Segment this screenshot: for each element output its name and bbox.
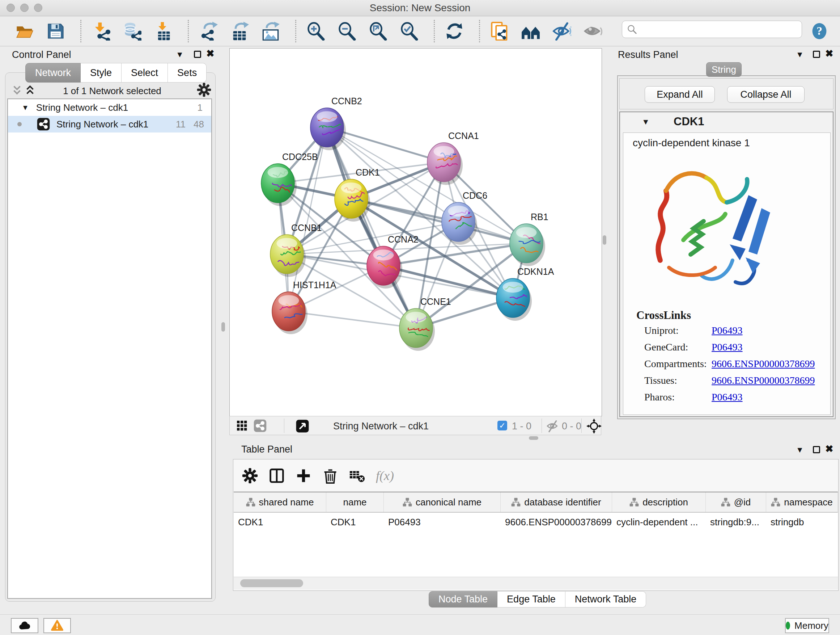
fit-selected-crosshair-icon[interactable] xyxy=(586,418,602,434)
zoom-fit-content-icon[interactable] xyxy=(368,21,388,41)
control-panel-float-icon[interactable] xyxy=(194,51,201,58)
tab-node-table[interactable]: Node Table xyxy=(429,591,497,608)
node-CCNB2[interactable]: CCNB2 xyxy=(310,96,362,150)
table-panel-close-icon[interactable]: ✖ xyxy=(825,445,834,453)
column-header--id[interactable]: @id xyxy=(706,492,766,512)
import-table-from-file-icon[interactable] xyxy=(153,21,173,41)
export-network-icon[interactable] xyxy=(198,21,218,41)
collapse-all-networks-icon[interactable] xyxy=(12,84,22,96)
table-horizontal-scrollbar[interactable] xyxy=(234,577,838,589)
hide-selected-icon[interactable] xyxy=(552,21,572,41)
right-splitter-handle[interactable] xyxy=(603,235,606,245)
network-options-gear-icon[interactable] xyxy=(197,82,211,97)
edge-CCNB2-CCNE1[interactable] xyxy=(327,127,416,328)
table-cell[interactable]: stringdb:9... xyxy=(706,513,766,532)
toolbar-separator xyxy=(434,20,435,42)
statusbar-separator xyxy=(542,418,542,433)
table-panel-float-icon[interactable] xyxy=(813,446,820,453)
birdseye-view-icon[interactable] xyxy=(295,419,309,433)
duplicate-network-icon[interactable] xyxy=(489,21,510,41)
cloud-status-button[interactable] xyxy=(11,618,38,633)
first-neighbors-icon[interactable] xyxy=(521,21,541,41)
column-header-namespace[interactable]: namespace xyxy=(766,492,838,512)
edge-CCNE1-HIST1H1A[interactable] xyxy=(289,311,416,328)
scrollbar-thumb[interactable] xyxy=(240,579,303,587)
results-panel-menu-caret-icon[interactable]: ▼ xyxy=(796,50,804,59)
node-label-CDK1: CDK1 xyxy=(355,167,380,177)
network-collection-row[interactable]: ▼ String Network – cdk1 1 xyxy=(8,99,211,116)
table-cell[interactable]: 9606.ENSP00000378699 xyxy=(501,513,612,532)
collapse-all-button[interactable]: Collapse All xyxy=(727,86,805,103)
zoom-selected-icon[interactable] xyxy=(399,21,419,41)
table-tabbar: Node TableEdge TableNetwork Table xyxy=(429,591,646,608)
refresh-view-icon[interactable] xyxy=(444,21,464,41)
protein-collapse-caret-icon[interactable]: ▼ xyxy=(642,117,650,127)
table-row[interactable]: CDK1CDK1P064939606.ENSP00000378699cyclin… xyxy=(234,513,838,532)
expand-all-networks-icon[interactable] xyxy=(25,84,35,96)
column-header-name[interactable]: name xyxy=(326,492,384,512)
node-HIST1H1A[interactable]: HIST1H1A xyxy=(272,280,336,334)
expand-all-button[interactable]: Expand All xyxy=(645,86,715,103)
table-toolbar: f(x) xyxy=(242,463,394,488)
table-panel-menu-caret-icon[interactable]: ▼ xyxy=(796,445,804,455)
tab-network[interactable]: Network xyxy=(25,63,81,82)
tab-style[interactable]: Style xyxy=(81,63,122,82)
network-row-selected[interactable]: String Network – cdk1 11 48 xyxy=(8,116,211,133)
table-cell[interactable]: cyclin-dependent ... xyxy=(612,513,706,532)
open-file-icon[interactable] xyxy=(14,21,35,41)
crosslink-value-link[interactable]: P06493 xyxy=(712,391,743,402)
left-splitter-handle[interactable] xyxy=(221,322,225,332)
function-builder-icon[interactable]: f(x) xyxy=(376,468,394,483)
table-cell[interactable]: P06493 xyxy=(384,513,501,532)
warnings-button[interactable] xyxy=(43,618,71,633)
tree-expand-caret-icon[interactable]: ▼ xyxy=(22,103,29,112)
crosslink-label: Pharos: xyxy=(644,391,712,403)
export-table-icon[interactable] xyxy=(229,21,249,41)
column-header-database-identifier[interactable]: database identifier xyxy=(501,492,612,512)
tab-edge-table[interactable]: Edge Table xyxy=(497,591,565,608)
crosslink-value-link[interactable]: P06493 xyxy=(712,341,743,353)
import-network-from-file-icon[interactable] xyxy=(91,21,111,41)
zoom-out-icon[interactable] xyxy=(337,21,357,41)
selected-nodes-checkbox[interactable]: ✓ xyxy=(497,421,507,431)
save-session-icon[interactable] xyxy=(46,21,66,41)
control-panel-close-icon[interactable]: ✖ xyxy=(206,50,215,57)
results-panel-float-icon[interactable] xyxy=(813,51,820,58)
export-image-icon[interactable] xyxy=(261,21,281,41)
create-column-icon[interactable] xyxy=(295,468,311,484)
results-panel-close-icon[interactable]: ✖ xyxy=(825,50,834,57)
table-options-gear-icon[interactable] xyxy=(242,468,258,484)
memory-button[interactable]: Memory xyxy=(785,618,829,633)
results-tab-string[interactable]: String xyxy=(706,62,742,77)
network-canvas[interactable]: CCNB2CCNA1CDC25BCDK1CDC6RB1CCNB1CCNA2CDK… xyxy=(229,48,602,416)
table-cell[interactable]: stringdb xyxy=(766,513,838,532)
node-RB1[interactable]: RB1 xyxy=(510,212,548,266)
column-header-canonical-name[interactable]: canonical name xyxy=(384,492,501,512)
zoom-in-icon[interactable] xyxy=(306,21,326,41)
bottom-splitter-handle[interactable] xyxy=(529,436,538,440)
delete-columns-icon[interactable] xyxy=(322,468,338,484)
show-grid-icon[interactable] xyxy=(236,420,248,432)
network-share-icon[interactable] xyxy=(254,419,267,432)
table-cell[interactable]: CDK1 xyxy=(326,513,384,532)
crosslink-value-link[interactable]: 9606.ENSP00000378699 xyxy=(712,358,815,369)
show-all-icon[interactable] xyxy=(583,21,603,41)
hidden-counts: 0 - 0 xyxy=(562,421,581,432)
node-CCNB1[interactable]: CCNB1 xyxy=(270,223,322,277)
tab-sets[interactable]: Sets xyxy=(168,63,207,82)
help-button[interactable] xyxy=(811,22,828,40)
column-header-description[interactable]: description xyxy=(612,492,706,512)
show-columns-icon[interactable] xyxy=(269,468,285,484)
import-network-from-database-icon[interactable] xyxy=(122,21,142,41)
tab-network-table[interactable]: Network Table xyxy=(565,591,646,608)
search-input[interactable] xyxy=(638,22,802,37)
tab-select[interactable]: Select xyxy=(122,63,168,82)
crosslink-value-link[interactable]: P06493 xyxy=(712,325,743,336)
column-header-shared-name[interactable]: shared name xyxy=(234,492,326,512)
node-CCNE1[interactable]: CCNE1 xyxy=(399,296,451,351)
table-cell[interactable]: CDK1 xyxy=(234,513,326,532)
node-CDKN1A[interactable]: CDKN1A xyxy=(496,266,554,321)
control-panel-menu-caret-icon[interactable]: ▼ xyxy=(176,50,184,59)
crosslink-value-link[interactable]: 9606.ENSP00000378699 xyxy=(712,375,815,386)
node-CCNA1[interactable]: CCNA1 xyxy=(427,131,479,185)
